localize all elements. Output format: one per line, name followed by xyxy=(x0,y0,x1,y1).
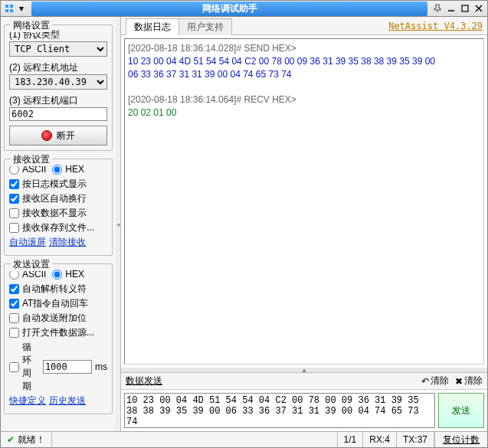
network-settings-legend: 网络设置 xyxy=(11,19,52,32)
send-textarea[interactable] xyxy=(124,393,435,428)
send-hex-radio[interactable]: HEX xyxy=(52,269,84,280)
autoscroll-link[interactable]: 自动滚屏 xyxy=(9,236,46,249)
recv-settings-group: 接收设置 ASCII HEX 按日志模式显示 接收区自动换行 接收数据不显示 接… xyxy=(4,159,113,256)
log-send-timestamp: [2020-08-18 18:36:14.028]# SEND HEX> xyxy=(128,43,296,54)
log-recv-timestamp: [2020-08-18 18:36:14.064]# RECV HEX> xyxy=(128,94,296,105)
status-ready-cell: ✔ 就绪！ xyxy=(1,432,52,447)
clear-button-2[interactable]: ✖ 清除 xyxy=(455,374,483,388)
svg-rect-0 xyxy=(5,5,8,8)
send-button[interactable]: 发送 xyxy=(438,393,484,428)
title-bar: ▾ 网络调试助手 xyxy=(0,0,488,17)
reset-counter-link[interactable]: 复位计数 xyxy=(434,432,487,447)
tab-data-log[interactable]: 数据日志 xyxy=(126,18,179,35)
send-escape-checkbox[interactable]: 自动解析转义符 xyxy=(9,283,107,296)
tabs-row: 数据日志 用户支持 NetAssist V4.3.29 xyxy=(121,17,487,35)
connection-status-icon xyxy=(41,130,52,141)
window-title: 网络调试助手 xyxy=(31,2,427,16)
delete-icon: ✖ xyxy=(455,376,463,387)
pin-icon[interactable] xyxy=(432,3,443,14)
log-send-body-2: 06 33 36 37 31 31 39 00 04 74 65 73 74 xyxy=(128,68,480,81)
minimize-icon[interactable] xyxy=(446,3,457,14)
version-link[interactable]: NetAssist V4.3.29 xyxy=(388,21,483,31)
send-loop-checkbox[interactable] xyxy=(9,362,19,372)
content-area: 数据日志 用户支持 NetAssist V4.3.29 [2020-08-18 … xyxy=(120,17,487,431)
log-send-body-1: 10 23 00 04 4D 51 54 54 04 C2 00 78 00 0… xyxy=(128,55,480,68)
svg-rect-3 xyxy=(10,9,13,12)
send-loop-unit: ms xyxy=(95,361,107,372)
tab-user-support[interactable]: 用户支持 xyxy=(178,18,232,35)
recv-hex-radio[interactable]: HEX xyxy=(52,164,84,175)
sidebar: 网络设置 (1) 协议类型 TCP Client (2) 远程主机地址 183.… xyxy=(1,17,116,431)
send-panel-title: 数据发送 xyxy=(126,374,162,388)
recv-save-file-checkbox[interactable]: 接收保存到文件... xyxy=(9,221,107,234)
send-panel: 数据发送 ↶ 清除 ✖ 清除 发送 xyxy=(121,372,487,431)
dropdown-icon[interactable]: ▾ xyxy=(16,3,27,14)
clear-button-1[interactable]: ↶ 清除 xyxy=(421,374,449,388)
send-settings-group: 发送设置 ASCII HEX 自动解析转义符 AT指令自动回车 自动发送附加位 … xyxy=(4,263,113,414)
disconnect-button[interactable]: 断开 xyxy=(9,126,107,146)
send-loop-input[interactable] xyxy=(43,360,92,374)
network-settings-group: 网络设置 (1) 协议类型 TCP Client (2) 远程主机地址 183.… xyxy=(4,25,113,151)
undo-icon: ↶ xyxy=(421,376,429,387)
log-recv-body: 20 02 01 00 xyxy=(128,106,480,119)
protocol-select[interactable]: TCP Client xyxy=(9,41,107,57)
remote-port-input[interactable] xyxy=(9,107,107,121)
status-bar: ✔ 就绪！ 1/1 RX:4 TX:37 复位计数 xyxy=(0,431,488,448)
status-spacer xyxy=(52,432,338,447)
recv-log-mode-checkbox[interactable]: 按日志模式显示 xyxy=(9,178,107,191)
svg-rect-5 xyxy=(462,5,468,11)
status-tx: TX:37 xyxy=(397,432,434,447)
send-loop-label: 循环周期 xyxy=(22,341,40,393)
send-settings-legend: 发送设置 xyxy=(11,258,52,271)
send-loop-row: 循环周期 ms xyxy=(9,341,107,393)
svg-rect-1 xyxy=(10,5,13,8)
main-area: 网络设置 (1) 协议类型 TCP Client (2) 远程主机地址 183.… xyxy=(0,17,488,431)
remote-host-label: (2) 远程主机地址 xyxy=(9,61,107,74)
status-ready-text: 就绪！ xyxy=(18,433,45,446)
remote-host-select[interactable]: 183.230.40.39 xyxy=(9,74,107,90)
close-icon[interactable] xyxy=(473,3,484,14)
recv-autowrap-checkbox[interactable]: 接收区自动换行 xyxy=(9,192,107,205)
send-atcr-checkbox[interactable]: AT指令自动回车 xyxy=(9,297,107,310)
status-rx: RX:4 xyxy=(363,432,397,447)
clear-recv-link[interactable]: 清除接收 xyxy=(49,236,86,249)
send-openfile-checkbox[interactable]: 打开文件数据源... xyxy=(9,326,107,339)
log-area[interactable]: [2020-08-18 18:36:14.028]# SEND HEX> 10 … xyxy=(124,38,484,365)
disconnect-label: 断开 xyxy=(57,129,75,142)
recv-settings-legend: 接收设置 xyxy=(11,153,52,166)
history-send-link[interactable]: 历史发送 xyxy=(49,394,86,407)
shortcut-link[interactable]: 快捷定义 xyxy=(9,394,46,407)
svg-rect-2 xyxy=(5,9,8,12)
send-append-checkbox[interactable]: 自动发送附加位 xyxy=(9,312,107,325)
status-counter: 1/1 xyxy=(338,432,364,447)
recv-hide-checkbox[interactable]: 接收数据不显示 xyxy=(9,207,107,220)
status-ok-icon: ✔ xyxy=(7,434,15,445)
app-menu-icon[interactable] xyxy=(4,3,15,14)
maximize-icon[interactable] xyxy=(460,3,470,14)
remote-port-label: (3) 远程主机端口 xyxy=(9,94,107,107)
